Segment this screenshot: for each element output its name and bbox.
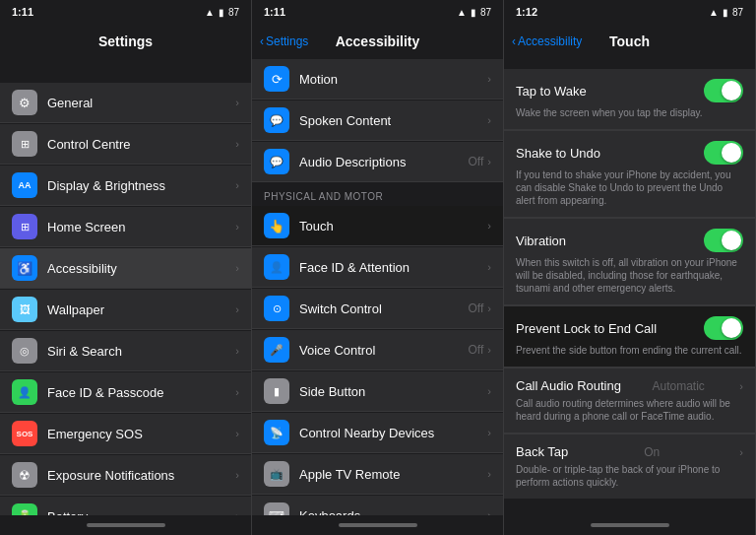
shake-undo-knob <box>722 143 741 163</box>
status-bar-1: 1:11 ▲ ▮ 87 <box>0 0 251 24</box>
acc-item-voice-control[interactable]: 🎤 Voice Control Off › <box>252 330 503 370</box>
nearby-chevron: › <box>487 427 491 438</box>
siri-icon: ◎ <box>12 338 37 364</box>
faceid-chevron: › <box>235 386 239 398</box>
faceid-att-icon: 👤 <box>264 254 289 280</box>
general-icon: ⚙ <box>12 90 37 115</box>
back-label-2: Settings <box>266 34 308 48</box>
acc-item-motion[interactable]: ⟳ Motion › <box>252 59 503 100</box>
back-chevron-3: ‹ <box>512 34 516 48</box>
prevent-lock-desc: Prevent the side button from ending the … <box>516 344 743 357</box>
acc-item-touch[interactable]: 👆 Touch › <box>252 206 503 246</box>
keyboards-icon: ⌨ <box>264 502 289 515</box>
touch-item-call-routing[interactable]: Call Audio Routing Automatic › Call audi… <box>504 368 755 434</box>
section-physical-motor: PHYSICAL AND MOTOR <box>252 183 503 206</box>
sos-icon: SOS <box>12 421 37 446</box>
settings-item-wallpaper[interactable]: 🖼 Wallpaper › <box>0 290 251 330</box>
acc-item-side-button[interactable]: ▮ Side Button › <box>252 371 503 412</box>
vibration-toggle[interactable] <box>704 229 743 252</box>
settings-item-general[interactable]: ⚙ General › <box>0 83 251 123</box>
sep-top <box>0 59 251 83</box>
settings-item-display[interactable]: AA Display & Brightness › <box>0 166 251 206</box>
touch-item-prevent-lock[interactable]: Prevent Lock to End Call Prevent the sid… <box>504 306 755 368</box>
motion-label: Motion <box>299 72 487 87</box>
touch-item-vibration[interactable]: Vibration When this switch is off, all v… <box>504 219 755 305</box>
acc-item-nearby[interactable]: 📡 Control Nearby Devices › <box>252 413 503 453</box>
tap-wake-toggle[interactable] <box>704 79 743 102</box>
appletv-chevron: › <box>487 468 491 480</box>
nav-bar-3: ‹ Accessibility Touch <box>504 24 755 59</box>
keyboards-chevron: › <box>487 509 491 515</box>
settings-list-1[interactable]: ⚙ General › ⊞ Control Centre › AA Displa… <box>0 59 251 515</box>
accessibility-list[interactable]: ⟳ Motion › 💬 Spoken Content › 💬 Audio De… <box>252 59 503 515</box>
battery-chevron: › <box>235 510 239 515</box>
display-icon: AA <box>12 172 37 198</box>
touch-item-shake-undo[interactable]: Shake to Undo If you tend to shake your … <box>504 131 755 218</box>
switch-control-chevron: › <box>487 302 491 314</box>
settings-item-battery[interactable]: 🔋 Battery › <box>0 497 251 515</box>
touch-item-tap-wake[interactable]: Tap to Wake Wake the screen when you tap… <box>504 69 755 130</box>
voice-control-value: Off <box>469 343 484 357</box>
wallpaper-chevron: › <box>235 303 239 315</box>
acc-item-spoken[interactable]: 💬 Spoken Content › <box>252 100 503 141</box>
back-button-2[interactable]: ‹ Settings <box>260 34 308 48</box>
prevent-lock-toggle[interactable] <box>704 316 743 340</box>
exposure-icon: ☢ <box>12 462 37 488</box>
general-chevron: › <box>235 97 239 108</box>
switch-control-value: Off <box>469 301 484 315</box>
control-centre-icon: ⊞ <box>12 131 37 157</box>
shake-undo-desc: If you tend to shake your iPhone by acci… <box>516 168 743 207</box>
accessibility-chevron: › <box>235 262 239 274</box>
back-tap-label: Back Tap <box>516 444 568 459</box>
vibration-desc: When this switch is off, all vibration o… <box>516 256 743 295</box>
call-routing-chevron: › <box>739 380 743 392</box>
home-screen-chevron: › <box>235 221 239 233</box>
acc-item-appletv[interactable]: 📺 Apple TV Remote › <box>252 454 503 495</box>
touch-item-back-tap[interactable]: Back Tap On › Double- or triple-tap the … <box>504 435 755 499</box>
vibration-row: Vibration <box>516 229 743 252</box>
status-bar-3: 1:12 ▲ ▮ 87 <box>504 0 755 24</box>
acc-item-keyboards[interactable]: ⌨ Keyboards › <box>252 496 503 515</box>
exposure-label: Exposure Notifications <box>47 468 235 483</box>
home-screen-label: Home Screen <box>47 220 235 234</box>
spoken-chevron: › <box>487 114 491 126</box>
wifi-icon-1: ▲ <box>205 7 215 18</box>
acc-item-audio-desc[interactable]: 💬 Audio Descriptions Off › <box>252 142 503 182</box>
tap-wake-desc: Wake the screen when you tap the display… <box>516 106 743 119</box>
audio-desc-icon: 💬 <box>264 149 289 174</box>
accessibility-label: Accessibility <box>47 261 235 276</box>
settings-item-control-centre[interactable]: ⊞ Control Centre › <box>0 124 251 165</box>
touch-sep-1 <box>504 59 755 69</box>
audio-desc-value: Off <box>469 155 484 168</box>
display-chevron: › <box>235 179 239 191</box>
nearby-icon: 📡 <box>264 420 289 445</box>
settings-item-faceid[interactable]: 👤 Face ID & Passcode › <box>0 372 251 413</box>
battery-pct-1: 87 <box>228 7 239 18</box>
vibration-label: Vibration <box>516 234 566 248</box>
nav-title-1: Settings <box>98 33 153 49</box>
back-tap-row: Back Tap On › <box>516 444 743 459</box>
shake-undo-toggle[interactable] <box>704 141 743 165</box>
settings-item-sos[interactable]: SOS Emergency SOS › <box>0 414 251 454</box>
nav-bar-2: ‹ Settings Accessibility <box>252 24 503 59</box>
back-label-3: Accessibility <box>518 34 582 48</box>
back-button-3[interactable]: ‹ Accessibility <box>512 34 582 48</box>
call-routing-desc: Call audio routing determines where audi… <box>516 397 743 423</box>
faceid-att-label: Face ID & Attention <box>299 260 487 275</box>
status-icons-2: ▲ ▮ 87 <box>457 7 491 18</box>
settings-item-siri[interactable]: ◎ Siri & Search › <box>0 331 251 371</box>
accessibility-icon: ♿ <box>12 255 37 281</box>
settings-item-home-screen[interactable]: ⊞ Home Screen › <box>0 207 251 247</box>
appletv-icon: 📺 <box>264 461 289 487</box>
settings-item-accessibility[interactable]: ♿ Accessibility › <box>0 248 251 289</box>
control-centre-label: Control Centre <box>47 137 235 152</box>
wifi-icon-2: ▲ <box>457 7 467 18</box>
shake-undo-row: Shake to Undo <box>516 141 743 165</box>
touch-settings-list[interactable]: Tap to Wake Wake the screen when you tap… <box>504 59 755 515</box>
prevent-lock-row: Prevent Lock to End Call <box>516 316 743 340</box>
nav-title-2: Accessibility <box>336 33 420 49</box>
acc-item-faceid-att[interactable]: 👤 Face ID & Attention › <box>252 247 503 288</box>
touch-icon: 👆 <box>264 213 289 238</box>
acc-item-switch-control[interactable]: ⊙ Switch Control Off › <box>252 289 503 329</box>
settings-item-exposure[interactable]: ☢ Exposure Notifications › <box>0 455 251 496</box>
